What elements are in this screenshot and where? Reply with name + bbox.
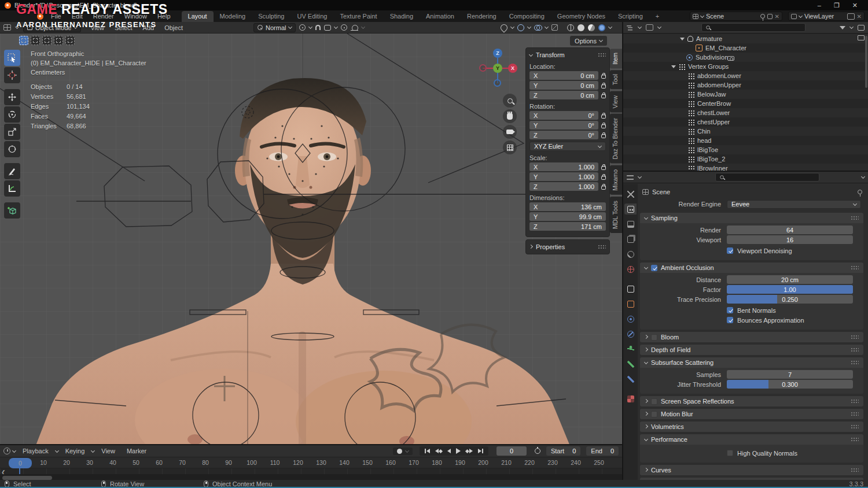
motion-blur-checkbox[interactable] — [651, 411, 657, 417]
lock-icon[interactable] — [601, 94, 606, 98]
select-mode-intersect[interactable] — [65, 36, 75, 45]
workspace-tab-sculpting[interactable]: Sculpting — [252, 11, 290, 22]
outliner-display-mode-icon[interactable] — [646, 24, 653, 31]
play-button[interactable] — [454, 448, 462, 454]
outliner-row-character[interactable]: EM_Character — [623, 43, 868, 53]
lock-icon[interactable] — [601, 84, 606, 88]
workspace-tab-rendering[interactable]: Rendering — [461, 11, 503, 22]
properties-search[interactable] — [715, 173, 819, 182]
outliner-row-vgroup[interactable]: BelowJaw — [623, 90, 868, 99]
tool-rotate[interactable] — [4, 106, 20, 123]
sidebar-tab-mdl[interactable]: MDL Tools — [610, 197, 622, 233]
object-visibility-icon[interactable] — [499, 23, 509, 32]
new-collection-icon[interactable] — [858, 25, 865, 31]
properties-options-chevron[interactable] — [861, 175, 865, 179]
tool-measure[interactable] — [4, 180, 20, 197]
panel-sss-header[interactable]: Subsurface Scattering — [640, 357, 863, 368]
shading-material-icon[interactable] — [588, 24, 595, 31]
sidebar-tab-mixamo[interactable]: Mixamo — [610, 165, 622, 195]
minimize-button[interactable]: – — [818, 2, 821, 9]
pin-icon[interactable] — [858, 190, 862, 194]
workspace-tab-texture-paint[interactable]: Texture Paint — [333, 11, 383, 22]
shading-rendered-icon[interactable] — [598, 24, 605, 31]
perspective-toggle-button[interactable] — [503, 141, 517, 154]
frame-end-field[interactable]: End0 — [586, 446, 619, 456]
outliner-row-vertex-groups[interactable]: Vertex Groups — [623, 62, 868, 71]
lock-icon[interactable] — [601, 166, 606, 170]
filter-icon[interactable] — [840, 26, 845, 29]
rotation-mode-dropdown[interactable]: XYZ Euler — [529, 142, 606, 151]
workspace-add-tab[interactable]: + — [649, 11, 665, 22]
menu-add[interactable]: Add — [138, 24, 159, 31]
menu-marker[interactable]: Marker — [122, 448, 151, 454]
outliner-row-armature[interactable]: Armature — [623, 34, 868, 43]
workspace-tab-uv-editing[interactable]: UV Editing — [290, 11, 333, 22]
jump-to-end-button[interactable] — [476, 448, 485, 454]
select-mode-subtract[interactable] — [42, 36, 52, 45]
menu-playback[interactable]: Playback — [18, 448, 53, 454]
axis-x[interactable]: X — [508, 64, 517, 73]
disclosure-icon[interactable] — [671, 65, 676, 68]
tab-bone-constraints[interactable] — [624, 374, 637, 385]
timeline-scrollbar[interactable] — [2, 476, 52, 480]
lock-icon[interactable] — [601, 114, 606, 119]
zoom-button[interactable] — [503, 94, 517, 108]
outliner-row-vgroup[interactable]: chestLower — [623, 108, 868, 117]
scale-y-field[interactable]: Y1.000 — [529, 172, 598, 181]
frame-start-field[interactable]: Start0 — [546, 446, 580, 456]
panel-curves-header[interactable]: Curves — [640, 465, 863, 475]
sss-samples-field[interactable]: 7 — [727, 370, 853, 379]
workspace-tab-animation[interactable]: Animation — [420, 11, 461, 22]
panel-sampling-header[interactable]: Sampling — [640, 213, 863, 223]
workspace-tab-geometry-nodes[interactable]: Geometry Nodes — [551, 11, 612, 22]
restore-button[interactable]: ❐ — [834, 2, 840, 9]
select-mode-extend[interactable] — [31, 36, 40, 45]
tool-move[interactable] — [4, 89, 20, 105]
render-engine-dropdown[interactable]: Eevee — [727, 200, 861, 209]
falloff-curve-icon[interactable] — [351, 25, 358, 31]
properties-editor-icon[interactable] — [627, 175, 634, 180]
sidebar-tab-item[interactable]: Item — [610, 49, 622, 68]
axis-z-neg[interactable] — [494, 79, 501, 87]
tool-cursor[interactable] — [4, 67, 20, 83]
rotation-x-field[interactable]: X0° — [529, 111, 598, 120]
use-preview-range-icon[interactable] — [535, 448, 540, 454]
tab-object[interactable] — [624, 298, 637, 309]
pin-icon[interactable] — [760, 14, 765, 19]
panel-ssr-header[interactable]: Screen Space Reflections — [640, 396, 863, 406]
current-frame-field[interactable]: 0 — [496, 446, 527, 456]
dimension-z-field[interactable]: Z171 cm — [529, 222, 606, 231]
tool-transform[interactable] — [4, 141, 20, 157]
tab-world[interactable] — [624, 264, 637, 275]
blender-menu-icon[interactable] — [37, 13, 43, 20]
pan-button[interactable] — [503, 109, 517, 123]
render-samples-field[interactable]: 64 — [727, 225, 853, 234]
tab-collection[interactable] — [624, 283, 637, 294]
menu-object[interactable]: Object — [160, 24, 187, 31]
editor-type-icon[interactable] — [3, 24, 11, 31]
menu-help[interactable]: Help — [152, 13, 176, 20]
ao-distance-field[interactable]: 20 cm — [727, 275, 853, 284]
timeline-editor-icon[interactable] — [3, 448, 10, 454]
shading-solid-icon[interactable] — [578, 24, 584, 31]
panel-volumetrics-header[interactable]: Volumetrics — [640, 422, 863, 432]
menu-file[interactable]: File — [46, 13, 67, 20]
outliner-row-vgroup[interactable]: head — [623, 136, 868, 145]
select-mode-invert[interactable] — [54, 36, 63, 45]
tab-object-data[interactable] — [624, 343, 637, 354]
copy-viewlayer-icon[interactable] — [847, 13, 855, 20]
scale-x-field[interactable]: X1.000 — [529, 162, 598, 171]
outliner-row-modifier[interactable]: Subdivision — [623, 53, 868, 62]
camera-view-button[interactable] — [503, 125, 517, 139]
menu-window[interactable]: Window — [119, 13, 152, 20]
outliner-row-vgroup[interactable]: abdomenLower — [623, 71, 868, 80]
panel-motion-blur-header[interactable]: Motion Blur — [640, 409, 863, 419]
shading-wireframe-icon[interactable] — [567, 24, 574, 31]
timeline-track[interactable] — [0, 468, 622, 474]
axis-y[interactable]: Y — [493, 64, 502, 73]
scale-z-field[interactable]: Z1.000 — [529, 182, 598, 191]
tab-tool[interactable] — [624, 188, 637, 199]
navigation-gizmo[interactable]: Z X Y — [478, 46, 518, 90]
menu-render[interactable]: Render — [88, 13, 119, 20]
snap-target-icon[interactable] — [324, 25, 331, 31]
